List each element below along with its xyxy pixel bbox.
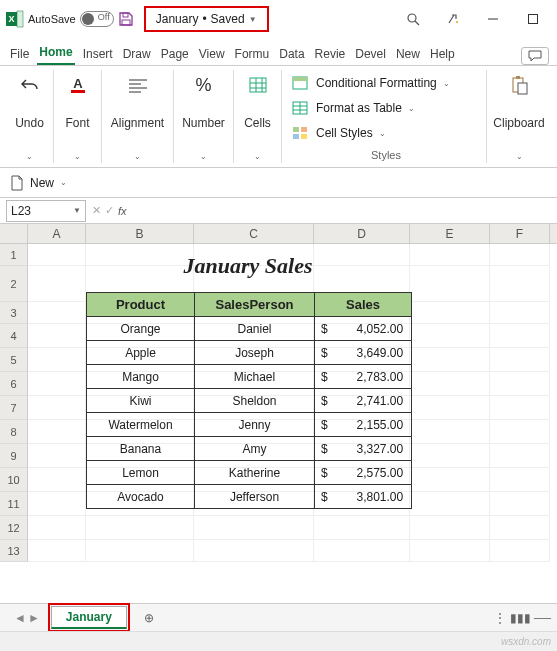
cells-icon[interactable]	[248, 72, 268, 98]
table-row[interactable]: AppleJoseph$3,649.00	[87, 341, 412, 365]
cell[interactable]	[410, 516, 490, 540]
salesperson-cell[interactable]: Jefferson	[195, 485, 315, 509]
quick-access-icon[interactable]	[435, 4, 471, 34]
cell[interactable]	[490, 266, 550, 302]
clipboard-label[interactable]: Clipboard	[493, 116, 544, 130]
salesperson-cell[interactable]: Daniel	[195, 317, 315, 341]
product-cell[interactable]: Watermelon	[87, 413, 195, 437]
cell[interactable]	[28, 468, 86, 492]
sheet-title[interactable]: January Sales	[86, 253, 410, 283]
table-row[interactable]: LemonKatherine$2,575.00	[87, 461, 412, 485]
row-header[interactable]: 12	[0, 516, 28, 540]
enter-formula-icon[interactable]: ✓	[105, 204, 114, 217]
undo-label[interactable]: Undo	[15, 116, 44, 130]
cell[interactable]	[28, 372, 86, 396]
next-sheet-icon[interactable]: ►	[28, 611, 40, 625]
salesperson-cell[interactable]: Sheldon	[195, 389, 315, 413]
format-as-table-button[interactable]: Format as Table⌄	[292, 97, 415, 119]
cell[interactable]	[28, 420, 86, 444]
table-row[interactable]: WatermelonJenny$2,155.00	[87, 413, 412, 437]
tab-home[interactable]: Home	[37, 41, 74, 65]
cell[interactable]	[194, 516, 314, 540]
row-header[interactable]: 7	[0, 396, 28, 420]
currency-cell[interactable]: $	[315, 437, 334, 461]
product-cell[interactable]: Orange	[87, 317, 195, 341]
cell[interactable]	[410, 420, 490, 444]
amount-cell[interactable]: 2,783.00	[334, 365, 412, 389]
cell[interactable]	[490, 302, 550, 324]
autosave-toggle[interactable]: AutoSave Off	[28, 11, 114, 27]
cell[interactable]	[314, 516, 410, 540]
row-header[interactable]: 9	[0, 444, 28, 468]
font-color-icon[interactable]: A	[68, 72, 88, 98]
formula-input[interactable]	[131, 200, 557, 222]
product-cell[interactable]: Mango	[87, 365, 195, 389]
cell[interactable]	[28, 396, 86, 420]
cell[interactable]	[28, 444, 86, 468]
row-header[interactable]: 5	[0, 348, 28, 372]
add-sheet-button[interactable]: ⊕	[138, 607, 160, 629]
new-label[interactable]: New	[30, 176, 54, 190]
cell[interactable]	[28, 516, 86, 540]
cell-styles-button[interactable]: Cell Styles⌄	[292, 122, 386, 144]
table-header[interactable]: SalesPerson	[195, 293, 315, 317]
chevron-down-icon[interactable]: ⌄	[60, 178, 67, 187]
cell[interactable]	[490, 444, 550, 468]
tab-data[interactable]: Data	[277, 43, 306, 65]
cell[interactable]	[490, 348, 550, 372]
salesperson-cell[interactable]: Michael	[195, 365, 315, 389]
column-header[interactable]: B	[86, 224, 194, 243]
tab-help[interactable]: Help	[428, 43, 457, 65]
cell[interactable]	[490, 540, 550, 562]
column-header[interactable]: E	[410, 224, 490, 243]
align-icon[interactable]	[127, 72, 149, 98]
product-cell[interactable]: Kiwi	[87, 389, 195, 413]
cell[interactable]	[86, 540, 194, 562]
tab-developer[interactable]: Devel	[353, 43, 388, 65]
row-header[interactable]: 13	[0, 540, 28, 562]
amount-cell[interactable]: 3,801.00	[334, 485, 412, 509]
row-header[interactable]: 11	[0, 492, 28, 516]
cell[interactable]	[410, 540, 490, 562]
cell[interactable]	[490, 516, 550, 540]
row-header[interactable]: 2	[0, 266, 28, 302]
cell[interactable]	[28, 348, 86, 372]
currency-cell[interactable]: $	[315, 389, 334, 413]
tab-draw[interactable]: Draw	[121, 43, 153, 65]
table-row[interactable]: KiwiSheldon$2,741.00	[87, 389, 412, 413]
cell[interactable]	[86, 516, 194, 540]
currency-cell[interactable]: $	[315, 413, 334, 437]
cell[interactable]	[410, 444, 490, 468]
table-header[interactable]: Product	[87, 293, 195, 317]
tab-file[interactable]: File	[8, 43, 31, 65]
row-header[interactable]: 10	[0, 468, 28, 492]
salesperson-cell[interactable]: Katherine	[195, 461, 315, 485]
sheet-tab-january[interactable]: January	[51, 606, 127, 629]
tab-view[interactable]: View	[197, 43, 227, 65]
salesperson-cell[interactable]: Joseph	[195, 341, 315, 365]
search-icon[interactable]	[395, 4, 431, 34]
product-cell[interactable]: Apple	[87, 341, 195, 365]
name-box[interactable]: L23 ▼	[6, 200, 86, 222]
column-header[interactable]: D	[314, 224, 410, 243]
cell[interactable]	[410, 468, 490, 492]
table-header[interactable]: Sales	[315, 293, 412, 317]
cell[interactable]	[490, 468, 550, 492]
cell[interactable]	[490, 244, 550, 266]
comments-button[interactable]	[521, 47, 549, 65]
product-cell[interactable]: Banana	[87, 437, 195, 461]
maximize-button[interactable]	[515, 4, 551, 34]
cells-label[interactable]: Cells	[244, 116, 271, 130]
column-header[interactable]: C	[194, 224, 314, 243]
cell[interactable]	[410, 348, 490, 372]
conditional-formatting-button[interactable]: Conditional Formatting⌄	[292, 72, 450, 94]
currency-cell[interactable]: $	[315, 485, 334, 509]
cell[interactable]	[410, 372, 490, 396]
percent-icon[interactable]: %	[195, 72, 211, 98]
row-header[interactable]: 6	[0, 372, 28, 396]
cell[interactable]	[28, 492, 86, 516]
row-header[interactable]: 3	[0, 302, 28, 324]
cell[interactable]	[28, 324, 86, 348]
table-row[interactable]: MangoMichael$2,783.00	[87, 365, 412, 389]
alignment-label[interactable]: Alignment	[111, 116, 164, 130]
